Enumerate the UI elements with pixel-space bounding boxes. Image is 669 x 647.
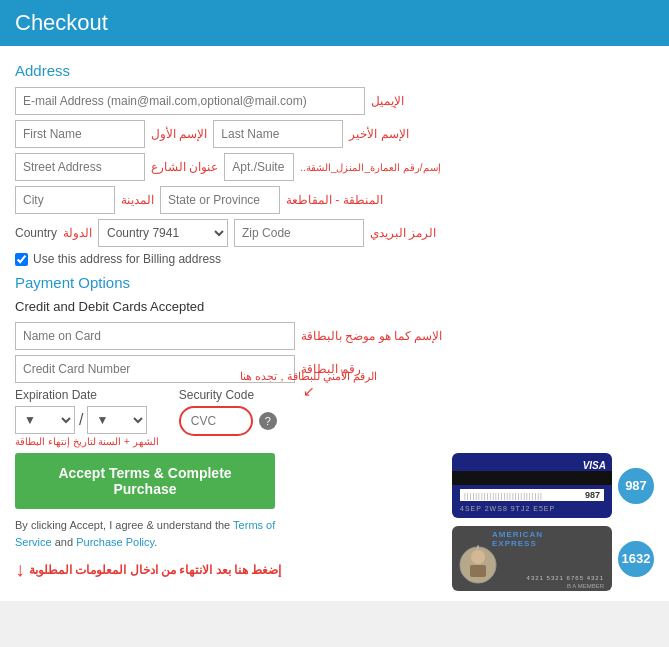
amex-member-text: B A MEMBER — [567, 583, 604, 589]
bottom-section: Accept Terms & Complete Purchase By clic… — [15, 453, 654, 591]
expiry-month-select[interactable]: ▼ 010203 040506 070809 101112 — [15, 406, 75, 434]
card-sig-text: |||||||||||||||||||||||||||| — [464, 492, 585, 499]
arrow-down-icon: ↓ — [15, 558, 25, 581]
page-title: Checkout — [15, 10, 108, 35]
apt-input[interactable] — [224, 153, 294, 181]
purchase-policy-link[interactable]: Purchase Policy — [76, 536, 154, 548]
expiry-arabic: الشهر + السنة لتاريخ إنتهاء البطاقة — [15, 436, 159, 447]
email-input[interactable] — [15, 87, 365, 115]
expiry-year-select[interactable]: ▼ 202420252026 202720282029 2030 — [87, 406, 147, 434]
amex-number-display: 4321 5321 6765 4321 — [527, 575, 604, 581]
email-row: الإيميل — [15, 87, 654, 115]
street-arabic-label: عنوان الشارع — [151, 160, 218, 174]
card-number-display: 4SEP 2WS8 9TJ2 E5EP — [460, 505, 555, 512]
country-zip-row: Country الدولة Country 7941 الرمز البريد… — [15, 219, 654, 247]
zip-input[interactable] — [234, 219, 364, 247]
last-name-input[interactable] — [213, 120, 343, 148]
visa-logo: VISA — [583, 457, 606, 472]
svg-point-1 — [471, 550, 485, 564]
expiry-label: Expiration Date — [15, 388, 159, 402]
name-on-card-row: الإسم كما هو موضح بالبطاقة — [15, 322, 654, 350]
city-input[interactable] — [15, 186, 115, 214]
amex-card: AMERICAN EXPRESS 4321 5321 6765 4321 B A… — [452, 526, 612, 591]
amex-warrior-icon — [458, 545, 498, 585]
name-on-card-arabic: الإسم كما هو موضح بالبطاقة — [301, 329, 442, 343]
security-row: ? — [179, 406, 277, 436]
zip-arabic-label: الرمز البريدي — [370, 226, 436, 240]
state-arabic-label: المنطقة - المقاطعة — [286, 193, 383, 207]
email-arabic-label: الإيميل — [371, 94, 404, 108]
last-name-arabic-label: الإسم الأخير — [349, 127, 408, 141]
security-section: الرقم الأمني للبطاقة , تجده هنا ↙ Securi… — [179, 388, 277, 436]
press-here-arabic: إضغط هنا بعد الانتهاء من ادخال المعلومات… — [29, 563, 281, 577]
terms-text: By clicking Accept, I agree & understand… — [15, 517, 315, 550]
visa-badge: 987 — [618, 468, 654, 504]
content-area: Address الإيميل الإسم الأول الإسم الأخير… — [0, 46, 669, 601]
address-section-title: Address — [15, 62, 654, 79]
street-row: عنوان الشارع إسم/رقم العمارة_المنزل_الشق… — [15, 153, 654, 181]
billing-label: Use this address for Billing address — [33, 252, 221, 266]
page-header: Checkout — [0, 0, 669, 46]
first-name-input[interactable] — [15, 120, 145, 148]
country-arabic-label: الدولة — [63, 226, 92, 240]
name-row: الإسم الأول الإسم الأخير — [15, 120, 654, 148]
country-select[interactable]: Country 7941 — [98, 219, 228, 247]
name-on-card-input[interactable] — [15, 322, 295, 350]
city-state-row: المدينة المنطقة - المقاطعة — [15, 186, 654, 214]
cvc-input[interactable] — [191, 410, 241, 432]
accept-button[interactable]: Accept Terms & Complete Purchase — [15, 453, 275, 509]
terms-prefix: By clicking Accept, I agree & understand… — [15, 519, 230, 531]
billing-checkbox-row: Use this address for Billing address — [15, 252, 654, 266]
amex-card-wrap: AMERICAN EXPRESS 4321 5321 6765 4321 B A… — [452, 526, 654, 591]
cards-section: VISA |||||||||||||||||||||||||||| 987 4S… — [452, 453, 654, 591]
first-name-arabic-label: الإسم الأول — [151, 127, 207, 141]
terms-and: and — [55, 536, 73, 548]
city-arabic-label: المدينة — [121, 193, 154, 207]
card-sig-cvc: 987 — [585, 490, 600, 500]
cvc-wrap — [179, 406, 253, 436]
help-icon[interactable]: ? — [259, 412, 277, 430]
expiry-row: ▼ 010203 040506 070809 101112 / ▼ 202420… — [15, 406, 159, 434]
cards-accepted-title: Credit and Debit Cards Accepted — [15, 299, 654, 314]
expiry-section: Expiration Date ▼ 010203 040506 070809 1… — [15, 388, 159, 447]
state-input[interactable] — [160, 186, 280, 214]
visa-card: VISA |||||||||||||||||||||||||||| 987 4S… — [452, 453, 612, 518]
amex-badge: 1632 — [618, 541, 654, 577]
amex-logo-text: AMERICAN EXPRESS — [492, 530, 572, 548]
arrow-down: ↙ — [240, 383, 376, 399]
payment-section-title: Payment Options — [15, 274, 654, 291]
left-bottom: Accept Terms & Complete Purchase By clic… — [15, 453, 442, 581]
svg-rect-2 — [470, 565, 486, 577]
security-arabic: الرقم الأمني للبطاقة , تجده هنا — [240, 370, 376, 382]
street-input[interactable] — [15, 153, 145, 181]
visa-card-wrap: VISA |||||||||||||||||||||||||||| 987 4S… — [452, 453, 654, 518]
card-sig: |||||||||||||||||||||||||||| 987 — [460, 489, 604, 501]
billing-checkbox[interactable] — [15, 253, 28, 266]
card-stripe — [452, 471, 612, 485]
apt-arabic-label: إسم/رقم العمارة_المنزل_الشقة.. — [300, 162, 440, 173]
country-label: Country — [15, 226, 57, 240]
expiry-slash: / — [79, 411, 83, 429]
